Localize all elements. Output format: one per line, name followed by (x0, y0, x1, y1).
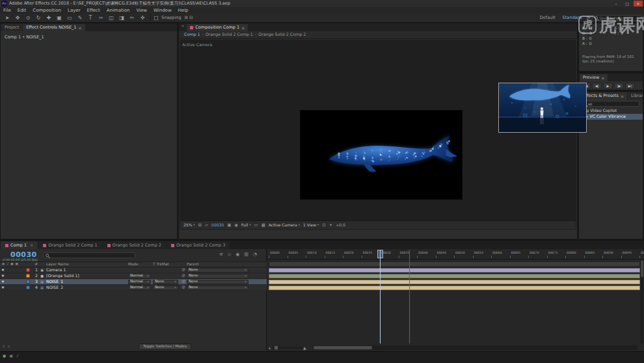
eraser-tool-icon[interactable]: ◨ (117, 16, 126, 21)
effects-tree-row[interactable]: ◈ VC Color Vibrance (579, 114, 643, 120)
pan-camera-tool-icon[interactable]: ✚ (44, 16, 53, 21)
parent-dropdown[interactable]: None∨ (187, 274, 248, 278)
close-tab-icon[interactable]: × (30, 243, 33, 247)
double-chevron-left-icon[interactable]: « (180, 24, 186, 31)
workspace-tab[interactable]: Standard (559, 16, 585, 20)
panel-tab[interactable]: Project (1, 24, 22, 31)
horizontal-scrollbar[interactable] (313, 345, 637, 350)
frame-blending-icon[interactable]: ▥ (244, 252, 248, 257)
snapping-checkbox[interactable] (154, 16, 158, 20)
parent-pickwhip-icon[interactable]: @ (180, 268, 187, 272)
pan-behind-tool-icon[interactable]: ▣ (55, 16, 64, 21)
vertical-scrollbar-handle[interactable] (641, 260, 643, 277)
toggle-switches-modes-button[interactable]: Toggle Switches / Modes (139, 343, 191, 350)
timeline-tab[interactable]: Orange Solid 2 Comp 3 (167, 241, 230, 249)
panel-menu-icon[interactable]: ≡ (601, 76, 604, 80)
clone-stamp-tool-icon[interactable]: ◫ (107, 16, 116, 21)
zoom-out-icon[interactable]: ▲ (269, 347, 271, 349)
menu-item[interactable]: Help (175, 8, 192, 13)
close-button[interactable]: ✕ (634, 1, 643, 7)
menu-item[interactable]: Layer (64, 8, 84, 13)
layer-visibility-toggle[interactable]: ◉ (0, 286, 6, 289)
comp-mini-flowchart-icon[interactable]: ≋ (219, 252, 223, 257)
composition-marker[interactable] (409, 250, 410, 343)
current-time-display[interactable]: 00030 (10, 251, 37, 258)
current-time-indicator[interactable] (380, 250, 381, 343)
timeline-tab[interactable]: Comp 1 × (1, 241, 38, 249)
zoom-tool-icon[interactable]: ⊙ (23, 16, 33, 21)
composition-tab[interactable]: Composition Comp 1 ≡ (187, 24, 248, 31)
breadcrumb-item[interactable]: Orange Solid 2 Comp 2 (258, 33, 306, 36)
layer-name[interactable]: [Orange Solid 1] (45, 274, 128, 278)
menu-item[interactable]: View (133, 8, 150, 13)
layer-name-column-header[interactable]: Layer Name (45, 263, 128, 267)
search-help-input[interactable] (599, 16, 639, 20)
parent-column-header[interactable]: Parent (187, 263, 250, 267)
layer-visibility-toggle[interactable]: ◉ (0, 280, 6, 284)
layer-row[interactable]: ◉ 2 ■ [Orange Solid 1] Normal∨ @ None∨ (0, 273, 267, 279)
type-tool-icon[interactable]: T (86, 16, 95, 21)
time-ruler[interactable]: 0000000005000100001500020000250003000035… (269, 250, 644, 259)
layer-duration-bar[interactable] (269, 274, 640, 278)
track-matte-dropdown[interactable]: None∨ (153, 286, 178, 290)
composition-viewport[interactable]: Active Camera (180, 40, 576, 230)
workspace-tab[interactable]: Default (537, 16, 559, 20)
layer-name[interactable]: NOISE_2 (45, 286, 128, 289)
breadcrumb-item[interactable]: Comp 1 (184, 33, 200, 36)
track-matte-dropdown[interactable]: None∨ (153, 280, 178, 284)
snapshot-icon[interactable]: ▣ (227, 223, 231, 228)
puppet-pin-tool-icon[interactable]: ✜ (138, 16, 147, 21)
timeline-tab[interactable]: Orange Solid 2 Comp 2 (103, 241, 166, 249)
menu-item[interactable]: Edit (14, 8, 30, 13)
parent-dropdown[interactable]: None∨ (187, 268, 248, 273)
layer-label-color[interactable] (26, 286, 30, 289)
view-layout-dropdown[interactable]: 1 View▾ (303, 223, 319, 227)
play-stop-button[interactable]: ▶ (603, 83, 613, 89)
next-frame-button[interactable]: |▶ (614, 83, 624, 89)
menu-item[interactable]: File (0, 8, 14, 13)
layer-visibility-toggle[interactable]: ◉ (0, 275, 6, 278)
menu-item[interactable]: Composition (29, 8, 64, 13)
menu-item[interactable]: Animation (103, 8, 133, 13)
selection-tool-icon[interactable]: ➤ (3, 16, 12, 21)
expand-render-icon[interactable]: ▫ (8, 345, 10, 349)
layer-label-color[interactable] (26, 268, 30, 272)
panel-tab[interactable]: Effect Controls NOISE_1 ≡ (23, 24, 85, 31)
grid-guides-icon[interactable]: ⊞ (198, 223, 202, 228)
snap-options-icon[interactable]: ⊟ (189, 16, 193, 20)
breadcrumb-item[interactable]: Orange Solid 2 Comp 1 (206, 33, 253, 36)
effects-tree-row[interactable]: ▾ ▤ Video Copilot (579, 108, 643, 114)
draft-3d-icon[interactable]: ◇ (228, 252, 231, 257)
parent-dropdown[interactable]: None∨ (187, 286, 248, 290)
previous-frame-button[interactable]: ◀| (592, 83, 602, 89)
zoom-slider[interactable] (272, 347, 302, 349)
layer-name[interactable]: Camera 1 (45, 268, 128, 272)
workspace-overflow-icon[interactable]: ≫ (586, 16, 591, 20)
resolution-dropdown[interactable]: Full▾ (241, 223, 251, 227)
menu-item[interactable]: Effect (84, 8, 103, 13)
transparency-grid-icon[interactable]: ▦ (262, 223, 265, 228)
vertical-scrollbar[interactable] (640, 260, 643, 343)
expand-in-point-icon[interactable]: ▫ (3, 345, 5, 349)
blend-mode-dropdown[interactable]: Normal∨ (128, 274, 151, 278)
zoom-slider-handle[interactable] (275, 346, 278, 349)
layer-label-color[interactable] (26, 280, 30, 284)
panel-menu-icon[interactable]: ≡ (241, 26, 245, 30)
work-area-bar[interactable] (269, 262, 640, 267)
shy-layers-icon[interactable]: ◉ (235, 252, 239, 257)
layer-label-color[interactable] (26, 274, 30, 278)
layer-duration-bar[interactable] (269, 268, 640, 273)
active-camera-dropdown[interactable]: Active Camera▾ (269, 223, 300, 227)
pen-tool-icon[interactable]: ✎ (75, 16, 85, 21)
menu-item[interactable]: Window (150, 8, 175, 13)
blend-mode-dropdown[interactable]: Normal∨ (128, 286, 151, 290)
hand-tool-icon[interactable]: ✥ (13, 16, 22, 21)
layer-duration-bar[interactable] (269, 280, 640, 284)
magnification-dropdown[interactable]: 25%▾ (183, 223, 195, 227)
maximize-button[interactable]: □ (623, 1, 632, 7)
orbit-camera-tool-icon[interactable]: ↻ (34, 16, 43, 21)
pixel-aspect-icon[interactable]: ⊡ (322, 223, 325, 228)
layer-name[interactable]: NOISE_1 (45, 280, 128, 284)
layer-visibility-toggle[interactable]: ◉ (0, 269, 6, 272)
effects-search-input[interactable] (588, 101, 637, 106)
